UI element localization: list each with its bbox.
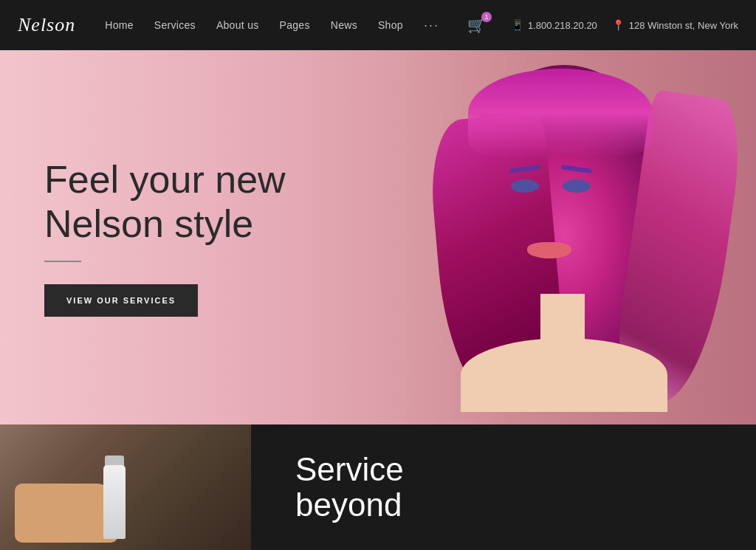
service-title-line2: beyond bbox=[295, 487, 402, 523]
service-title: Service beyond bbox=[295, 452, 404, 523]
hero-content: Feel your new Nelson style VIEW OUR SERV… bbox=[0, 158, 330, 317]
cart-badge: 1 bbox=[481, 12, 492, 22]
model-face bbox=[431, 72, 712, 412]
nav-shop[interactable]: Shop bbox=[378, 19, 403, 31]
brand-logo[interactable]: Nelson bbox=[18, 14, 75, 36]
hero-model-image bbox=[343, 50, 756, 424]
nav-more[interactable]: ··· bbox=[424, 18, 439, 33]
hero-title: Feel your new Nelson style bbox=[44, 158, 286, 247]
service-image bbox=[0, 424, 251, 550]
nav-news[interactable]: News bbox=[331, 19, 357, 31]
nav-links: Home Services About us Pages News Shop ·… bbox=[105, 16, 511, 34]
hair-top bbox=[468, 69, 653, 157]
below-hero-section: Service beyond bbox=[0, 424, 756, 550]
nav-home[interactable]: Home bbox=[105, 19, 134, 31]
shoulder bbox=[461, 338, 667, 412]
nav-pages[interactable]: Pages bbox=[280, 19, 310, 31]
hero-title-line2: Nelson style bbox=[44, 202, 253, 245]
phone-number: 1.800.218.20.20 bbox=[528, 20, 597, 31]
hero-section: Feel your new Nelson style VIEW OUR SERV… bbox=[0, 50, 756, 424]
address-text: 128 Winston st, New York bbox=[629, 20, 738, 31]
lips bbox=[527, 242, 571, 258]
nail-hands bbox=[15, 454, 148, 543]
service-text: Service beyond bbox=[251, 424, 756, 550]
address-item: 📍 128 Winston st, New York bbox=[612, 19, 738, 31]
cart-button[interactable]: 🛒 1 bbox=[467, 16, 486, 34]
contact-info: 📱 1.800.218.20.20 📍 128 Winston st, New … bbox=[511, 19, 738, 31]
phone-icon: 📱 bbox=[511, 19, 523, 31]
navbar: Nelson Home Services About us Pages News… bbox=[0, 0, 756, 50]
location-icon: 📍 bbox=[612, 19, 625, 31]
bottle-shape bbox=[103, 465, 126, 539]
hand-shape bbox=[15, 484, 118, 543]
eye-right bbox=[563, 179, 591, 193]
hero-title-line1: Feel your new bbox=[44, 158, 286, 201]
service-title-line1: Service bbox=[295, 451, 404, 487]
nail-bg bbox=[0, 424, 251, 550]
eye-left bbox=[511, 179, 539, 193]
nav-about[interactable]: About us bbox=[216, 19, 259, 31]
hero-divider bbox=[44, 261, 81, 262]
phone-item: 📱 1.800.218.20.20 bbox=[511, 19, 597, 31]
nav-services[interactable]: Services bbox=[154, 19, 196, 31]
hero-cta-button[interactable]: VIEW OUR SERVICES bbox=[44, 284, 198, 317]
